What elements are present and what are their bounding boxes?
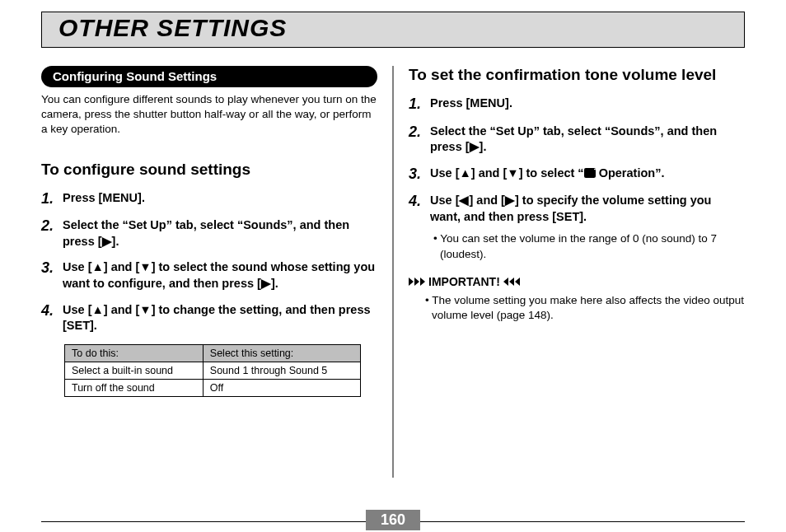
important-heading: IMPORTANT! xyxy=(409,275,745,288)
step: 2.Select the “Set Up” tab, select “Sound… xyxy=(41,217,377,250)
speaker-icon xyxy=(584,168,596,178)
table-cell: Sound 1 through Sound 5 xyxy=(203,362,360,379)
table-header-row: To do this: Select this setting: xyxy=(65,344,361,362)
section-pill: Configuring Sound Settings xyxy=(41,66,377,87)
table-cell: Off xyxy=(203,379,360,396)
step-text-post: Operation”. xyxy=(596,166,665,180)
table-row: Turn off the sound Off xyxy=(65,379,361,396)
step-text: Press [MENU]. xyxy=(63,190,145,208)
right-column: To set the confirmation tone volume leve… xyxy=(394,66,745,478)
subheading-configure: To configure sound settings xyxy=(41,161,377,179)
step: 4.Use [◀] and [▶] to specify the volume … xyxy=(409,193,745,262)
step-number: 4. xyxy=(41,302,63,334)
important-block: IMPORTANT! • The volume setting you make… xyxy=(409,275,745,323)
step-text: Select the “Set Up” tab, select “Sounds”… xyxy=(430,124,745,156)
steps-volume: 1.Press [MENU]. 2.Select the “Set Up” ta… xyxy=(409,96,745,262)
step-number: 2. xyxy=(41,217,63,250)
left-column: Configuring Sound Settings You can confi… xyxy=(41,66,392,478)
step-number: 3. xyxy=(409,166,430,184)
step-text: Use [◀] and [▶] to specify the volume se… xyxy=(430,193,745,262)
title-bar: OTHER SETTINGS xyxy=(41,12,745,48)
manual-page: OTHER SETTINGS Configuring Sound Setting… xyxy=(0,12,786,532)
important-item: • The volume setting you make here also … xyxy=(425,293,745,323)
step: 1.Press [MENU]. xyxy=(41,190,377,208)
step-number: 4. xyxy=(409,193,430,262)
step-note: • You can set the volume in the range of… xyxy=(430,231,745,261)
subheading-volume: To set the confirmation tone volume leve… xyxy=(409,66,745,84)
step-main-text: Use [◀] and [▶] to specify the volume se… xyxy=(430,194,711,223)
table-cell: Turn off the sound xyxy=(65,379,204,396)
step-text: Press [MENU]. xyxy=(430,96,512,114)
step-text: Use [▲] and [▼] to select the sound whos… xyxy=(63,259,377,292)
table-row: Select a built-in sound Sound 1 through … xyxy=(65,362,361,379)
section-intro: You can configure different sounds to pl… xyxy=(41,92,377,138)
steps-configure: 1.Press [MENU]. 2.Select the “Set Up” ta… xyxy=(41,190,377,334)
important-label: IMPORTANT! xyxy=(428,275,500,288)
step-text-pre: Use [▲] and [▼] to select “ xyxy=(430,166,584,180)
page-number: 160 xyxy=(366,510,420,530)
table-header: To do this: xyxy=(65,344,204,362)
step-number: 2. xyxy=(409,124,430,156)
step-number: 1. xyxy=(409,96,430,114)
step-text: Select the “Set Up” tab, select “Sounds”… xyxy=(63,217,377,250)
arrow-left-icon xyxy=(503,278,520,286)
step-number: 3. xyxy=(41,259,63,292)
table-cell: Select a built-in sound xyxy=(65,362,204,379)
page-title: OTHER SETTINGS xyxy=(58,14,744,42)
step-text: Use [▲] and [▼] to change the setting, a… xyxy=(63,302,377,334)
content-columns: Configuring Sound Settings You can confi… xyxy=(41,66,745,478)
arrow-right-icon xyxy=(409,278,425,286)
table-header: Select this setting: xyxy=(203,344,360,362)
step-text: Use [▲] and [▼] to select “ Operation”. xyxy=(430,166,664,184)
settings-table: To do this: Select this setting: Select … xyxy=(64,344,361,397)
step: 3.Use [▲] and [▼] to select the sound wh… xyxy=(41,259,377,292)
step: 2.Select the “Set Up” tab, select “Sound… xyxy=(409,124,745,156)
step: 4.Use [▲] and [▼] to change the setting,… xyxy=(41,302,377,334)
step-number: 1. xyxy=(41,190,63,208)
step: 3.Use [▲] and [▼] to select “ Operation”… xyxy=(409,166,745,184)
page-footer: 160 xyxy=(41,521,745,522)
step: 1.Press [MENU]. xyxy=(409,96,745,114)
